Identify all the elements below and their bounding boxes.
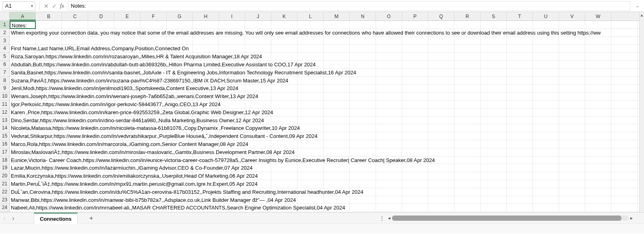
cell[interactable] [36, 77, 639, 85]
column-header[interactable]: J [245, 12, 271, 21]
column-header[interactable]: S [481, 12, 507, 21]
scroll-up-icon[interactable]: ▲ [640, 12, 644, 18]
row-header[interactable]: 3 [0, 37, 9, 45]
cell[interactable]: Manwar,Bibi,https://www.linkedin.com/in/… [10, 196, 36, 204]
enter-icon[interactable]: ✓ [50, 3, 58, 9]
row-header[interactable]: 21 [0, 180, 9, 188]
row-header[interactable]: 12 [0, 109, 9, 117]
row-header[interactable]: 13 [0, 117, 9, 125]
cell[interactable]: Martin,PeruĹˇiÄ‡,https://www.linkedin.co… [10, 180, 36, 188]
cell[interactable]: Nabeel,Ali,https://www.linkedin.com/in/m… [10, 204, 36, 212]
cell[interactable] [36, 101, 639, 109]
cell[interactable]: Lazar,Miucin,https://www.linkedin.com/in… [10, 164, 36, 172]
cell[interactable] [36, 148, 639, 156]
fx-icon[interactable]: fx [60, 3, 64, 9]
cell[interactable]: Karen ,Price,https://www.linkedin.com/in… [10, 109, 36, 117]
horizontal-scrollbar[interactable]: ◄ ► [386, 216, 634, 221]
cell[interactable] [36, 29, 639, 37]
column-header[interactable]: P [402, 12, 428, 21]
column-header[interactable]: K [271, 12, 297, 21]
cell[interactable] [36, 69, 639, 77]
column-header[interactable]: L [297, 12, 324, 21]
cell[interactable] [36, 53, 639, 61]
column-header[interactable]: T [507, 12, 533, 21]
chevron-down-icon[interactable]: ▾ [31, 3, 33, 8]
column-header[interactable]: E [114, 12, 140, 21]
row-header[interactable]: 11 [0, 101, 9, 109]
column-header[interactable]: V [559, 12, 585, 21]
cell[interactable]: First Name,Last Name,URL,Email Address,C… [10, 45, 36, 53]
row-header[interactable]: 7 [0, 69, 9, 77]
cell[interactable]: Sanila,Basnet,https://www.linkedin.com/i… [10, 69, 36, 77]
sheet-tab[interactable]: Connections [34, 213, 78, 224]
cell[interactable]: Miroslav,MaslovariÄ‡,https://www.linkedi… [10, 148, 36, 156]
cell[interactable]: Igor,Perkovic,https://www.linkedin.com/i… [10, 101, 36, 109]
expand-formula-icon[interactable]: ⌄ [633, 3, 642, 8]
row-header[interactable]: 4 [0, 45, 9, 53]
row-header[interactable]: 14 [0, 124, 9, 132]
row-header[interactable]: 20 [0, 172, 9, 180]
cell[interactable] [36, 124, 639, 132]
cell[interactable]: Vedvrat,Shikarpur,https://www.linkedin.c… [10, 132, 36, 140]
row-header[interactable]: 9 [0, 84, 9, 92]
vertical-scrollbar[interactable]: ▲ [639, 12, 644, 212]
formula-input[interactable]: Notes: [68, 1, 630, 11]
cell[interactable] [36, 156, 639, 164]
cell[interactable] [36, 109, 639, 117]
cell[interactable] [36, 180, 639, 188]
cell[interactable]: Jenil,Modi,https://www.linkedin.com/in/j… [10, 84, 36, 92]
row-header[interactable]: 6 [0, 61, 9, 69]
cell[interactable] [36, 84, 639, 92]
column-header[interactable]: I [219, 12, 245, 21]
cell[interactable]: Suzana,PaviÄ‡,https://www.linkedin.com/i… [10, 77, 36, 85]
cell[interactable]: Wenani,Joseph,https://www.linkedin.com/i… [10, 92, 36, 101]
row-header[interactable]: 15 [0, 132, 9, 140]
select-all-corner[interactable] [0, 12, 10, 21]
column-header[interactable]: N [350, 12, 376, 21]
column-header[interactable]: M [324, 12, 350, 21]
row-header[interactable]: 23 [0, 196, 9, 204]
column-header[interactable]: D [88, 12, 114, 21]
column-header[interactable]: G [167, 12, 193, 21]
cell[interactable] [36, 140, 639, 148]
row-header[interactable]: 1 [0, 21, 9, 29]
cell[interactable] [36, 117, 639, 125]
column-header[interactable]: R [454, 12, 481, 21]
cell[interactable] [10, 37, 36, 45]
scrollbar-thumb[interactable] [392, 216, 621, 221]
cell[interactable] [36, 196, 639, 204]
column-header[interactable]: W [585, 12, 611, 21]
cell[interactable]: Dino,Serdar,https://www.linkedin.com/in/… [10, 117, 36, 125]
cell[interactable] [36, 204, 639, 212]
scroll-left-icon[interactable]: ◄ [386, 216, 392, 220]
name-box[interactable]: A1 ▾ [2, 1, 35, 11]
row-header[interactable]: 18 [0, 156, 9, 164]
column-header[interactable]: F [140, 12, 167, 21]
row-header[interactable]: 22 [0, 188, 9, 196]
cell[interactable]: DuĹˇan,Cerovina,https://www.linkedin.com… [10, 188, 36, 196]
scroll-right-icon[interactable]: ► [629, 216, 634, 220]
cell[interactable] [36, 21, 639, 29]
row-header[interactable]: 17 [0, 148, 9, 156]
column-header[interactable]: A [10, 12, 36, 21]
cancel-icon[interactable]: ✕ [42, 3, 50, 9]
cell[interactable] [36, 61, 639, 69]
cell[interactable]: Emilia,Korczynska,https://www.linkedin.c… [10, 172, 36, 180]
column-header[interactable]: U [533, 12, 559, 21]
cell[interactable] [36, 37, 639, 45]
cell[interactable] [36, 45, 639, 53]
add-sheet-button[interactable]: + [86, 214, 97, 222]
row-header[interactable]: 19 [0, 164, 9, 172]
cell[interactable]: Nicoleta,Matassa,https://www.linkedin.co… [10, 124, 36, 132]
cell[interactable] [36, 172, 639, 180]
row-header[interactable]: 2 [0, 29, 9, 37]
cell[interactable] [36, 164, 639, 172]
sheet-menu-icon[interactable]: ⋮ [379, 215, 385, 222]
prev-sheet-icon[interactable]: ‹ [0, 215, 9, 222]
row-header[interactable]: 24 [0, 204, 9, 212]
row-header[interactable]: 16 [0, 140, 9, 148]
cell[interactable]: Notes: [10, 21, 36, 29]
cell[interactable]: Roza,Saroyan,https://www.linkedin.com/in… [10, 53, 36, 61]
row-header[interactable]: 10 [0, 92, 9, 101]
cell[interactable] [36, 188, 639, 196]
